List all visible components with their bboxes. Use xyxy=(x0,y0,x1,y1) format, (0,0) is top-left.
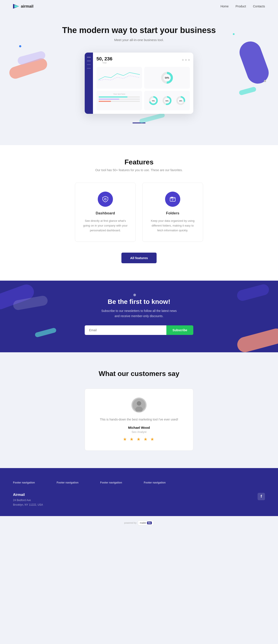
svg-text:54%: 54% xyxy=(165,77,169,79)
feature-desc-dashboard: See directly at first glance what's goin… xyxy=(82,218,129,233)
features-section: Features Our tool has 50+ features for y… xyxy=(0,145,278,280)
dot-blue xyxy=(19,45,21,47)
testimonial-stars: ★ ★ ★ ★ ★ xyxy=(92,436,186,442)
footer-nav-col-4: Footer navigation xyxy=(144,481,166,484)
mock-header: 50, 236 Total xyxy=(96,56,190,64)
line-chart xyxy=(98,69,140,82)
feature-desc-folders: Keep your data organized by using differ… xyxy=(149,218,196,233)
donuts-row: 70% 54% 30% xyxy=(146,93,188,108)
control-dot-2 xyxy=(185,59,187,61)
all-features-button[interactable]: All features xyxy=(122,252,156,263)
footer-address-line1: 24 Bedford Ave xyxy=(13,499,31,502)
mock-controls xyxy=(182,59,190,61)
dot-gray xyxy=(264,80,266,82)
footer-nav-row: Footer navigation Footer navigation Foot… xyxy=(13,481,265,484)
testimonials-section: What our customers say This is hands-dow… xyxy=(0,352,278,468)
mock-donuts-card: 70% 54% 30% xyxy=(144,91,190,110)
email-input[interactable] xyxy=(85,325,166,335)
mock-grid: 54% Your text here xyxy=(96,67,190,110)
testimonials-heading: What our customers say xyxy=(4,370,274,378)
mock-metric-label: Total xyxy=(96,62,112,64)
nl-blob-teal xyxy=(34,327,57,338)
svg-marker-1 xyxy=(14,5,19,8)
footer-address: 24 Bedford Ave Brooklyn, NY 11222, USA xyxy=(13,498,43,508)
mock-content: 50, 236 Total xyxy=(93,52,193,114)
mock-sidebar xyxy=(85,52,93,114)
avatar-image xyxy=(132,398,146,412)
feature-title-dashboard: Dashboard xyxy=(82,211,129,216)
airmail-logo-icon xyxy=(13,4,19,9)
navbar: airmail Home Product Contacts xyxy=(0,0,278,12)
footer-nav-label-2: Footer navigation xyxy=(57,481,78,484)
features-subtitle: Our tool has 50+ features for you to use… xyxy=(4,168,274,172)
newsletter-form: Subscribe xyxy=(85,325,193,335)
svg-text:30%: 30% xyxy=(179,100,182,102)
powered-by-label: powered by xyxy=(124,522,136,524)
progress-bar-1 xyxy=(98,96,140,98)
hero-section: The modern way to start your business Me… xyxy=(0,12,278,145)
footer-nav-col-1: Footer navigation xyxy=(13,481,35,484)
testimonial-avatar xyxy=(132,398,146,413)
dashboard-icon-circle xyxy=(98,192,113,207)
folders-icon-circle xyxy=(165,192,180,207)
footer-nav-col-2: Footer navigation xyxy=(57,481,78,484)
footer-brand-info: Airmail 24 Bedford Ave Brooklyn, NY 1122… xyxy=(13,493,43,508)
logo-text: airmail xyxy=(21,4,34,9)
powered-by-bar: powered by mailer lite xyxy=(0,516,278,530)
feature-title-folders: Folders xyxy=(149,211,196,216)
mock-text-here: Your text here xyxy=(98,93,140,95)
dashboard-preview: 50, 236 Total xyxy=(85,52,193,114)
newsletter-description: Subscribe to our newsletters to follow a… xyxy=(4,308,274,319)
footer-nav-label-4: Footer navigation xyxy=(144,481,166,484)
nl-dot xyxy=(133,294,136,296)
testimonial-quote: This is hands-down the best marketing to… xyxy=(92,417,186,422)
features-cards: Dashboard See directly at first glance w… xyxy=(52,183,226,242)
blob-purple-right xyxy=(236,38,272,87)
progress-bar-2 xyxy=(98,98,140,100)
facebook-icon[interactable]: f xyxy=(258,493,265,500)
feature-card-folders: Folders Keep your data organized by usin… xyxy=(142,183,203,242)
pie-container: 54% xyxy=(146,69,188,86)
nav-home[interactable]: Home xyxy=(220,4,228,8)
mailerlite-brand: mailer xyxy=(140,522,146,524)
shield-icon xyxy=(102,196,109,203)
mock-metric: 50, 236 xyxy=(96,56,112,62)
footer-address-line2: Brooklyn, NY 11222, USA xyxy=(13,503,43,506)
donut-70: 70% xyxy=(148,96,158,106)
svg-text:70%: 70% xyxy=(152,100,155,102)
nav-contacts[interactable]: Contacts xyxy=(253,4,265,8)
testimonial-name: Michael Wood xyxy=(92,426,186,430)
donut-30: 30% xyxy=(176,96,186,106)
subscribe-button[interactable]: Subscribe xyxy=(166,325,193,335)
progress-bar-3 xyxy=(98,101,140,102)
control-dot-3 xyxy=(188,59,190,61)
dot-teal xyxy=(233,33,234,35)
footer-nav-label-1: Footer navigation xyxy=(13,481,35,484)
nl-blob-salmon-right xyxy=(236,327,278,352)
hero-subtitle: Meet your all-in-one business tool. xyxy=(4,38,274,42)
folder-icon xyxy=(169,196,176,203)
blob-teal xyxy=(239,86,257,96)
features-heading: Features xyxy=(4,158,274,166)
footer-nav-col-3: Footer navigation xyxy=(100,481,122,484)
svg-point-20 xyxy=(137,401,142,406)
testimonial-card: This is hands-down the best marketing to… xyxy=(85,388,193,451)
footer-bottom: Airmail 24 Bedford Ave Brooklyn, NY 1122… xyxy=(13,493,265,508)
footer: Footer navigation Footer navigation Foot… xyxy=(0,468,278,516)
logo[interactable]: airmail xyxy=(13,4,34,9)
mock-pie-card: 54% xyxy=(144,67,190,88)
nav-links: Home Product Contacts xyxy=(220,4,265,8)
control-dot-1 xyxy=(182,59,184,61)
footer-nav-label-3: Footer navigation xyxy=(100,481,122,484)
mock-chart-card xyxy=(96,67,142,88)
newsletter-section: Be the first to know! Subscribe to our n… xyxy=(0,280,278,352)
dashboard-mock: 50, 236 Total xyxy=(85,52,193,114)
pie-chart: 54% xyxy=(160,71,174,84)
nav-product[interactable]: Product xyxy=(236,4,246,8)
donut-54: 54% xyxy=(162,96,172,106)
testimonial-role: Seo Analyst xyxy=(92,430,186,434)
mailerlite-badge[interactable]: mailer lite xyxy=(138,520,154,526)
feature-card-dashboard: Dashboard See directly at first glance w… xyxy=(75,183,136,242)
svg-text:54%: 54% xyxy=(166,100,169,102)
footer-brand-name: Airmail xyxy=(13,493,43,497)
